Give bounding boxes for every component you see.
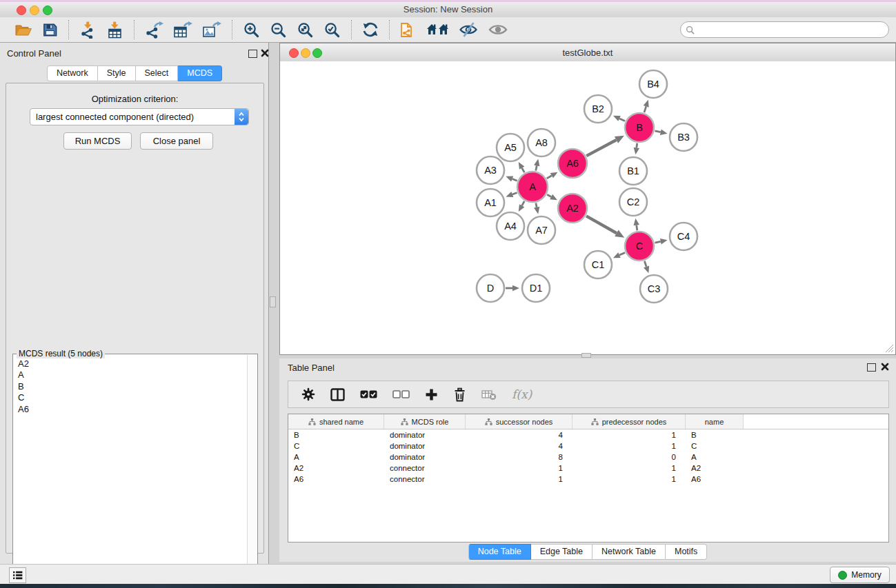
hide-graphics-details-icon[interactable] xyxy=(459,21,478,38)
graph-edge-C-C1[interactable] xyxy=(619,252,625,255)
network-canvas[interactable]: B4B2BB3A5A8A6A3B1AA1C2A2A4A7C4CC1C3DD1 xyxy=(280,61,895,354)
table-cell[interactable]: 1 xyxy=(466,463,573,474)
column-header-name[interactable]: name xyxy=(686,414,744,429)
table-cell[interactable]: 1 xyxy=(573,429,686,440)
first-neighbors-icon[interactable] xyxy=(426,22,449,37)
table-cell[interactable]: 1 xyxy=(573,474,686,485)
graph-edge-B-B1[interactable] xyxy=(637,143,637,148)
table-row[interactable]: Adominator80A xyxy=(288,452,888,463)
graph-node-A2[interactable]: A2 xyxy=(558,194,587,223)
result-item[interactable]: A xyxy=(18,369,248,381)
table-cell[interactable]: connector xyxy=(384,474,466,485)
graph-edge-A-A4[interactable] xyxy=(522,201,525,205)
show-column-icon[interactable] xyxy=(330,388,345,401)
result-scrollbar[interactable] xyxy=(247,355,257,587)
memory-button[interactable]: Memory xyxy=(830,567,890,583)
graph-node-B[interactable]: B xyxy=(625,113,654,142)
graph-node-A1[interactable]: A1 xyxy=(477,189,504,216)
graph-node-A8[interactable]: A8 xyxy=(528,129,555,156)
save-session-icon[interactable] xyxy=(42,22,58,38)
tab-motifs[interactable]: Motifs xyxy=(666,544,707,560)
graph-edge-B-B2[interactable] xyxy=(619,119,625,121)
graph-node-A7[interactable]: A7 xyxy=(528,216,555,244)
graph-edge-A2-C[interactable] xyxy=(586,216,617,233)
table-cell[interactable]: B xyxy=(288,429,384,440)
graph-edge-A-A2[interactable] xyxy=(547,194,551,196)
table-cell[interactable]: 4 xyxy=(466,440,573,452)
search-input[interactable] xyxy=(697,23,888,36)
graph-node-C3[interactable]: C3 xyxy=(640,275,668,303)
add-row-icon[interactable] xyxy=(425,388,438,401)
panel-divider-handle[interactable] xyxy=(270,296,276,307)
graph-node-C[interactable]: C xyxy=(625,232,654,261)
graph-edge-C-C2[interactable] xyxy=(637,225,637,231)
optimization-criterion-dropdown[interactable]: largest connected component (directed) xyxy=(30,108,249,125)
table-cell[interactable]: B xyxy=(686,429,744,440)
graph-edge-B-B3[interactable] xyxy=(655,131,660,132)
table-cell[interactable]: A6 xyxy=(686,474,744,485)
graph-node-C2[interactable]: C2 xyxy=(619,188,647,216)
tab-node-table[interactable]: Node Table xyxy=(468,544,531,560)
table-cell[interactable]: connector xyxy=(384,463,466,474)
graph-node-B3[interactable]: B3 xyxy=(670,123,697,151)
task-history-button[interactable] xyxy=(9,567,26,583)
result-item[interactable]: C xyxy=(18,392,248,403)
tab-style[interactable]: Style xyxy=(98,65,136,81)
float-panel-icon[interactable] xyxy=(248,50,257,58)
graph-node-C1[interactable]: C1 xyxy=(584,251,612,278)
table-cell[interactable]: A xyxy=(288,452,384,463)
graph-edge-A-A6[interactable] xyxy=(547,176,552,179)
tab-network-table[interactable]: Network Table xyxy=(593,544,666,560)
table-cell[interactable]: 1 xyxy=(573,463,686,474)
graph-edge-A-A3[interactable] xyxy=(512,179,517,181)
table-cell[interactable]: 1 xyxy=(466,474,573,485)
graph-node-A5[interactable]: A5 xyxy=(497,134,524,161)
table-cell[interactable]: 4 xyxy=(466,429,573,440)
import-network-icon[interactable] xyxy=(79,21,97,39)
delete-icon[interactable] xyxy=(453,387,466,402)
table-settings-icon[interactable] xyxy=(301,387,315,401)
graph-edge-A-A1[interactable] xyxy=(512,192,517,194)
graph-node-A6[interactable]: A6 xyxy=(558,149,587,178)
refresh-network-view-icon[interactable] xyxy=(362,21,379,38)
result-item[interactable]: A6 xyxy=(18,404,248,415)
zoom-fit-content-icon[interactable] xyxy=(297,21,314,39)
table-cell[interactable]: C xyxy=(288,440,384,452)
table-row[interactable]: Cdominator41C xyxy=(288,440,888,452)
horizontal-divider-handle[interactable] xyxy=(581,353,591,358)
table-cell[interactable]: A xyxy=(686,452,744,463)
float-table-panel-icon[interactable] xyxy=(867,363,876,372)
table-cell[interactable]: dominator xyxy=(384,440,466,452)
table-cell[interactable]: 8 xyxy=(466,452,573,463)
graph-node-B4[interactable]: B4 xyxy=(639,70,667,98)
run-mcds-button[interactable]: Run MCDS xyxy=(63,132,132,150)
table-cell[interactable]: dominator xyxy=(384,429,466,440)
table-cell[interactable]: C xyxy=(686,440,744,452)
column-header-mcds-role[interactable]: MCDS role xyxy=(384,414,466,429)
graph-edge-A-A8[interactable] xyxy=(536,165,537,170)
tab-network[interactable]: Network xyxy=(47,65,98,81)
close-panel-button[interactable]: Close panel xyxy=(140,132,213,150)
graph-node-A3[interactable]: A3 xyxy=(477,156,504,184)
result-item[interactable]: B xyxy=(18,381,248,392)
graph-node-C4[interactable]: C4 xyxy=(670,223,697,250)
deselect-all-icon[interactable] xyxy=(392,390,410,398)
table-cell[interactable]: 0 xyxy=(573,452,686,463)
graph-node-A4[interactable]: A4 xyxy=(497,212,524,240)
table-cell[interactable]: dominator xyxy=(384,452,466,463)
export-table-icon[interactable] xyxy=(173,21,192,39)
select-all-icon[interactable] xyxy=(360,390,377,398)
graph-node-D[interactable]: D xyxy=(477,274,504,302)
zoom-in-icon[interactable] xyxy=(243,21,260,39)
zoom-out-icon[interactable] xyxy=(270,21,287,39)
graph-node-A[interactable]: A xyxy=(517,172,548,202)
tab-mcds[interactable]: MCDS xyxy=(178,65,222,81)
window-titlebar[interactable]: Session: New Session xyxy=(0,2,896,18)
export-network-icon[interactable] xyxy=(145,21,163,39)
close-table-panel-icon[interactable] xyxy=(881,363,889,371)
table-cell[interactable]: A2 xyxy=(686,463,744,474)
table-row[interactable]: A6connector11A6 xyxy=(288,474,888,485)
graph-node-B2[interactable]: B2 xyxy=(584,95,612,123)
graph-edge-A-A7[interactable] xyxy=(536,203,537,207)
graph-edge-B-B4[interactable] xyxy=(644,106,646,112)
